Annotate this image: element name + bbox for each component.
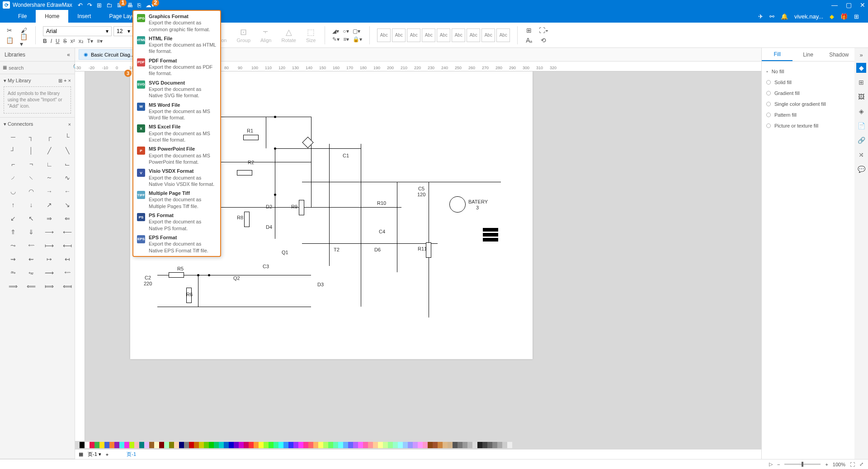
color-swatch[interactable]	[368, 442, 373, 448]
paste-icon[interactable]: 📋▾	[20, 36, 28, 44]
connector-shape[interactable]: ┘	[5, 145, 21, 156]
close-icon[interactable]: ✕	[860, 1, 865, 9]
zoom-out-icon[interactable]: −	[777, 462, 780, 467]
line-weight-icon[interactable]: ≡▾	[343, 36, 349, 43]
connector-shape[interactable]: ⬳	[24, 240, 39, 251]
connector-shape[interactable]: ⟾	[42, 281, 57, 292]
export-option[interactable]: VVisio VSDX FormatExport the document as…	[133, 166, 220, 189]
connector-shape[interactable]: ⇝	[5, 254, 21, 265]
style-preset[interactable]: Abc	[467, 28, 480, 42]
connector-shape[interactable]: ⤳	[5, 240, 21, 251]
minimize-icon[interactable]: —	[831, 1, 838, 9]
style-preset[interactable]: Abc	[377, 28, 391, 42]
bold-icon[interactable]: B	[43, 38, 47, 44]
color-swatch[interactable]	[293, 442, 298, 448]
color-swatch[interactable]	[129, 442, 134, 448]
color-swatch[interactable]	[413, 442, 418, 448]
underline-icon[interactable]: U	[56, 38, 60, 44]
strike-icon[interactable]: S	[63, 38, 67, 44]
zoom-value[interactable]: 100%	[833, 462, 845, 467]
color-swatch[interactable]	[507, 442, 512, 448]
diamond-icon[interactable]: ◆	[830, 13, 834, 20]
search-input[interactable]	[9, 65, 71, 71]
color-swatch[interactable]	[288, 442, 293, 448]
rtab-shadow[interactable]: Shadow	[824, 48, 854, 61]
color-swatch[interactable]	[467, 442, 472, 448]
color-swatch[interactable]	[458, 442, 462, 448]
color-swatch[interactable]	[189, 442, 194, 448]
style-gallery[interactable]: AbcAbcAbcAbcAbcAbcAbcAbcAbc	[377, 28, 510, 42]
play-icon[interactable]: ▷	[769, 461, 773, 467]
bell-icon[interactable]: 🔔	[781, 13, 788, 20]
color-swatch[interactable]	[269, 442, 274, 448]
rtab-line[interactable]: Line	[793, 48, 823, 61]
color-swatch[interactable]	[433, 442, 438, 448]
export-option[interactable]: PMS PowerPoint FileExport the document a…	[133, 144, 220, 166]
rotate-tool[interactable]: △Rotate	[278, 28, 299, 43]
style-preset[interactable]: Abc	[496, 28, 510, 42]
color-swatch[interactable]	[264, 442, 269, 448]
font-select[interactable]: Arial▾	[43, 26, 112, 36]
color-swatch[interactable]	[462, 442, 467, 448]
color-swatch[interactable]	[418, 442, 423, 448]
connector-shape[interactable]: ⇑	[5, 227, 21, 237]
opt-pattern[interactable]: Pattern fill	[766, 109, 850, 120]
connector-shape[interactable]: ←	[60, 186, 75, 197]
send-icon[interactable]: ✈	[758, 13, 763, 20]
connector-shape[interactable]: ⟸	[24, 281, 39, 292]
font-color-icon[interactable]: T▾	[87, 38, 93, 44]
find-icon[interactable]: ⊞	[525, 26, 533, 34]
outline-icon[interactable]: ▢▾	[353, 28, 360, 34]
color-swatch[interactable]	[154, 442, 159, 448]
color-swatch[interactable]	[184, 442, 189, 448]
color-swatch[interactable]	[85, 442, 90, 448]
connector-shape[interactable]: ┌	[42, 132, 57, 142]
fullscreen-icon[interactable]: ⤢	[859, 461, 863, 467]
color-swatch[interactable]	[497, 442, 502, 448]
connector-shape[interactable]: ⌙	[60, 159, 75, 170]
color-swatch[interactable]	[298, 442, 303, 448]
export-option[interactable]: WMS Word FileExport the document as MS W…	[133, 100, 220, 123]
connector-shape[interactable]: ～	[42, 172, 57, 183]
group-tool[interactable]: ⊡Group	[233, 28, 254, 43]
color-swatch[interactable]	[90, 442, 94, 448]
color-swatch[interactable]	[139, 442, 144, 448]
export-option[interactable]: PDFPDF FormatExport the document as PDF …	[133, 56, 220, 78]
connector-shape[interactable]: ⟍	[24, 172, 39, 183]
color-swatch[interactable]	[283, 442, 288, 448]
color-swatch[interactable]	[453, 442, 458, 448]
rtab-link-icon[interactable]: 🔗	[856, 135, 866, 145]
color-swatch[interactable]	[159, 442, 164, 448]
add-icon[interactable]: +	[64, 78, 66, 83]
connector-shape[interactable]: ╱	[42, 145, 57, 156]
text-effects-icon[interactable]: Aₐ	[525, 36, 533, 44]
zoom-in-icon[interactable]: +	[825, 462, 828, 467]
connectors-title[interactable]: ▾ Connectors	[4, 121, 33, 127]
color-swatch[interactable]	[249, 442, 254, 448]
color-palette[interactable]	[80, 442, 757, 448]
new-icon[interactable]: ⊞	[97, 2, 102, 9]
export-option[interactable]: XMS Excel FileExport the document as MS …	[133, 122, 220, 144]
color-swatch[interactable]	[313, 442, 318, 448]
color-swatch[interactable]	[308, 442, 313, 448]
connector-shape[interactable]: ↤	[60, 254, 75, 265]
color-swatch[interactable]	[328, 442, 333, 448]
color-swatch[interactable]	[174, 442, 179, 448]
rtab-layers-icon[interactable]: ◈	[856, 106, 866, 116]
color-swatch[interactable]	[388, 442, 393, 448]
save-icon[interactable]: 🗎1	[117, 2, 123, 9]
connector-shape[interactable]: ⇐	[60, 213, 75, 224]
font-size-select[interactable]: 12▾	[113, 26, 133, 36]
superscript-icon[interactable]: x²	[71, 38, 75, 44]
style-preset[interactable]: Abc	[481, 28, 495, 42]
opt-picture[interactable]: Picture or texture fill	[766, 120, 850, 131]
connector-shape[interactable]: ⟻	[60, 240, 75, 251]
opt-gradient[interactable]: Gradient fill	[766, 88, 850, 99]
color-swatch[interactable]	[149, 442, 154, 448]
color-swatch[interactable]	[244, 442, 249, 448]
color-swatch[interactable]	[333, 442, 338, 448]
bullets-icon[interactable]: ≡▾	[97, 38, 103, 44]
apps-icon[interactable]: ⊞	[854, 13, 859, 20]
export-icon[interactable]: ⎘	[137, 2, 141, 9]
color-swatch[interactable]	[338, 442, 343, 448]
